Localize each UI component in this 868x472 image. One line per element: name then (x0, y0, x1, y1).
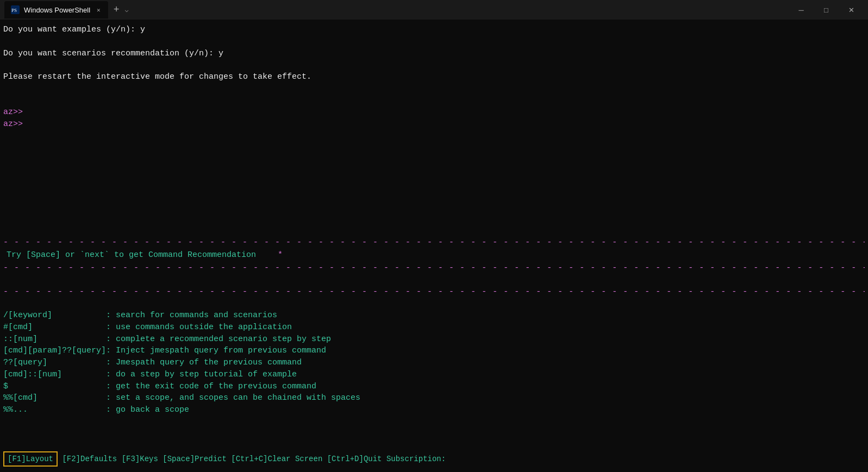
empty-line (3, 142, 865, 154)
powershell-icon: PS (11, 5, 20, 14)
prompt-line-2: az>> (3, 118, 865, 130)
empty-line (3, 274, 865, 286)
svg-text:PS: PS (11, 8, 17, 13)
empty-line (3, 201, 865, 213)
output-line-2: Do you want scenarios recommendation (y/… (3, 48, 865, 60)
help-line-2: #[cmd] : use commands outside the applic… (3, 322, 865, 333)
empty-line (3, 225, 865, 237)
help-line-4: [cmd][param]??[query]: Inject jmespath q… (3, 345, 865, 357)
minimize-button[interactable]: ─ (789, 1, 814, 18)
empty-line (3, 298, 865, 310)
empty-line (3, 190, 865, 202)
f1-layout-button[interactable]: [F1]Layout (3, 451, 58, 467)
empty-line (3, 95, 865, 107)
separator-mid: - - - - - - - - - - - - - - - - - - - - … (3, 262, 865, 274)
powershell-tab[interactable]: PS Windows PowerShell ✕ (4, 1, 108, 18)
help-line-1: /[keyword] : search for commands and sce… (3, 310, 865, 322)
hint-star: * (278, 249, 288, 261)
help-line-5: ??[query] : Jmespath query of the previo… (3, 357, 865, 369)
help-line-9: %%... : go back a scope (3, 404, 865, 416)
empty-line (3, 213, 865, 225)
output-line-3: Please restart the interactive mode for … (3, 71, 865, 83)
empty-line (3, 154, 865, 166)
help-line-8: %%[cmd] : set a scope, and scopes can be… (3, 392, 865, 404)
help-line-6: [cmd]::[num] : do a step by step tutoria… (3, 369, 865, 381)
prompt-line-1: az>> (3, 106, 865, 118)
titlebar: PS Windows PowerShell ✕ + ⌵ ─ □ ✕ (0, 0, 868, 20)
empty-line (3, 36, 865, 48)
new-tab-button[interactable]: + (110, 4, 123, 15)
close-button[interactable]: ✕ (839, 1, 864, 18)
terminal-window[interactable]: Do you want examples (y/n): y Do you wan… (0, 20, 868, 472)
tab-title: Windows PowerShell (24, 6, 90, 14)
empty-line (3, 130, 865, 142)
empty-line (3, 59, 865, 71)
maximize-button[interactable]: □ (814, 1, 839, 18)
help-line-3: ::[num] : complete a recommended scenari… (3, 333, 865, 345)
empty-line (3, 178, 865, 190)
hint-text: Try [Space] or `next` to get Command Rec… (7, 249, 256, 261)
empty-line (3, 166, 865, 178)
output-line-1: Do you want examples (y/n): y (3, 24, 865, 36)
window-controls: ─ □ ✕ (789, 1, 864, 18)
terminal-output: Do you want examples (y/n): y Do you wan… (3, 24, 865, 450)
statusbar: [F1]Layout [F2]Defaults [F3]Keys [Space]… (3, 450, 865, 468)
hint-bar: Try [Space] or `next` to get Command Rec… (3, 248, 865, 262)
empty-line (3, 83, 865, 95)
tab-close-button[interactable]: ✕ (97, 7, 101, 14)
separator-bot: - - - - - - - - - - - - - - - - - - - - … (3, 286, 865, 298)
tab-dropdown-button[interactable]: ⌵ (123, 6, 131, 14)
help-line-7: $ : get the exit code of the previous co… (3, 381, 865, 393)
statusbar-keys: [F2]Defaults [F3]Keys [Space]Predict [Ct… (58, 454, 446, 464)
separator-top: - - - - - - - - - - - - - - - - - - - - … (3, 237, 865, 249)
